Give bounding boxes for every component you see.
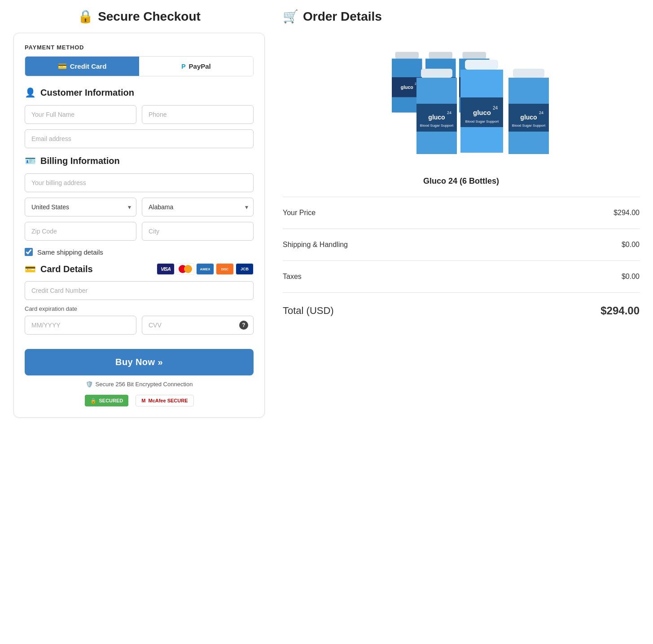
- cvv-input[interactable]: [142, 316, 254, 335]
- billing-info-title: Billing Information: [40, 156, 120, 166]
- same-shipping-row: Same shipping details: [25, 248, 254, 256]
- price-row: Your Price $294.00: [283, 203, 640, 223]
- total-value: $294.00: [600, 304, 640, 317]
- svg-text:24: 24: [447, 110, 451, 115]
- cvv-help-icon[interactable]: ?: [239, 321, 248, 330]
- phone-input[interactable]: [142, 105, 254, 124]
- email-row: [25, 129, 254, 148]
- lock-icon: 🔒: [78, 9, 93, 24]
- security-text: 🛡️ Secure 256 Bit Encrypted Connection: [25, 381, 254, 388]
- buy-now-button[interactable]: Buy Now »: [25, 349, 254, 375]
- security-label: Secure 256 Bit Encrypted Connection: [96, 381, 193, 388]
- person-icon: 👤: [25, 87, 36, 98]
- name-phone-row: [25, 105, 254, 124]
- order-divider-4: [283, 292, 640, 293]
- credit-card-tab[interactable]: 💳 Credit Card: [25, 57, 139, 76]
- svg-text:Blood Sugar Support: Blood Sugar Support: [512, 124, 545, 128]
- card-number-input[interactable]: [25, 281, 254, 300]
- svg-rect-7: [429, 52, 452, 59]
- paypal-icon: P: [181, 63, 185, 70]
- city-input[interactable]: [142, 222, 254, 241]
- state-select-wrapper: Alabama Alaska Arizona Arkansas Californ…: [142, 198, 254, 216]
- email-input[interactable]: [25, 129, 254, 148]
- discover-icon: DISC: [216, 263, 234, 275]
- checkout-title: Secure Checkout: [98, 9, 201, 24]
- shipping-value: $0.00: [622, 241, 640, 249]
- card-icon-header: 💳: [25, 264, 36, 274]
- price-label: Your Price: [283, 209, 316, 217]
- card-brand-icons: VISA AMEX DISC JCB: [157, 263, 254, 275]
- taxes-row: Taxes $0.00: [283, 266, 640, 287]
- expiry-input[interactable]: [25, 316, 136, 335]
- paypal-tab[interactable]: P PayPal: [139, 57, 253, 76]
- taxes-label: Taxes: [283, 273, 302, 281]
- visa-icon: VISA: [157, 263, 175, 275]
- svg-rect-21: [421, 69, 452, 78]
- checkout-left-column: 🔒 Secure Checkout PAYMENT METHOD 💳 Credi…: [13, 9, 265, 418]
- billing-address-input[interactable]: [25, 173, 254, 192]
- shipping-label: Shipping & Handling: [283, 241, 348, 249]
- expiry-label: Card expiration date: [25, 305, 254, 312]
- svg-text:gluco: gluco: [428, 114, 445, 121]
- expiry-cvv-row: ?: [25, 316, 254, 335]
- svg-rect-14: [462, 52, 486, 59]
- svg-rect-23: [416, 78, 457, 104]
- expiry-field: [25, 316, 136, 335]
- svg-text:gluco: gluco: [473, 109, 491, 116]
- same-shipping-checkbox[interactable]: [25, 248, 33, 256]
- svg-rect-33: [460, 127, 503, 153]
- jcb-icon: JCB: [236, 263, 254, 275]
- svg-rect-0: [395, 52, 419, 59]
- price-value: $294.00: [614, 209, 640, 217]
- card-details-title: Card Details: [40, 264, 93, 274]
- product-name: Gluco 24 (6 Bottles): [283, 176, 640, 186]
- order-divider-2: [283, 229, 640, 229]
- svg-rect-41: [508, 132, 549, 154]
- card-number-row: [25, 281, 254, 300]
- country-select[interactable]: United States Canada United Kingdom Aust…: [25, 198, 136, 216]
- credit-card-tab-icon: 💳: [58, 62, 67, 71]
- mastercard-icon: [176, 263, 194, 275]
- full-name-input[interactable]: [25, 105, 136, 124]
- zip-input[interactable]: [25, 222, 136, 241]
- svg-text:gluco: gluco: [520, 114, 537, 121]
- total-label: Total (USD): [283, 305, 334, 317]
- security-badges: 🔒 SECURED M McAfee SECURE: [25, 395, 254, 406]
- taxes-value: $0.00: [622, 273, 640, 281]
- card-details-header-row: 💳 Card Details VISA AMEX DISC JCB: [25, 263, 254, 275]
- shield-icon: 🛡️: [86, 381, 93, 388]
- zip-city-row: [25, 222, 254, 241]
- city-field: [142, 222, 254, 241]
- product-bottles-svg: gluco 24 gluco 24: [358, 33, 565, 168]
- same-shipping-label[interactable]: Same shipping details: [37, 248, 103, 256]
- phone-field: [142, 105, 254, 124]
- payment-method-label: PAYMENT METHOD: [25, 44, 254, 51]
- mcafee-badge-label: McAfee SECURE: [148, 398, 188, 403]
- secured-badge: 🔒 SECURED: [85, 395, 129, 406]
- svg-rect-39: [508, 78, 549, 104]
- payment-tabs: 💳 Credit Card P PayPal: [25, 56, 254, 76]
- order-divider-1: [283, 197, 640, 197]
- credit-card-tab-label: Credit Card: [70, 62, 107, 70]
- svg-rect-31: [460, 70, 503, 97]
- svg-rect-2: [392, 59, 422, 77]
- full-name-field: [25, 105, 136, 124]
- cart-icon: 🛒: [283, 9, 298, 24]
- secured-badge-label: SECURED: [99, 398, 123, 403]
- card-details-section-header: 💳 Card Details: [25, 264, 93, 274]
- svg-text:gluco: gluco: [400, 84, 413, 90]
- cvv-field: ?: [142, 316, 254, 335]
- mcafee-icon: M: [141, 398, 145, 403]
- svg-rect-37: [513, 69, 544, 78]
- customer-info-title: Customer Information: [40, 88, 134, 98]
- mcafee-badge: M McAfee SECURE: [136, 395, 193, 406]
- shipping-row: Shipping & Handling $0.00: [283, 234, 640, 255]
- order-right-column: 🛒 Order Details gluco 24: [283, 9, 640, 418]
- order-header: 🛒 Order Details: [283, 9, 640, 24]
- svg-text:Blood Sugar Support: Blood Sugar Support: [420, 124, 453, 128]
- state-select[interactable]: Alabama Alaska Arizona Arkansas Californ…: [142, 198, 254, 216]
- checkout-card: PAYMENT METHOD 💳 Credit Card P PayPal 👤 …: [13, 33, 265, 418]
- amex-icon: AMEX: [196, 263, 214, 275]
- svg-text:Blood Sugar Support: Blood Sugar Support: [465, 119, 499, 124]
- order-divider-3: [283, 260, 640, 261]
